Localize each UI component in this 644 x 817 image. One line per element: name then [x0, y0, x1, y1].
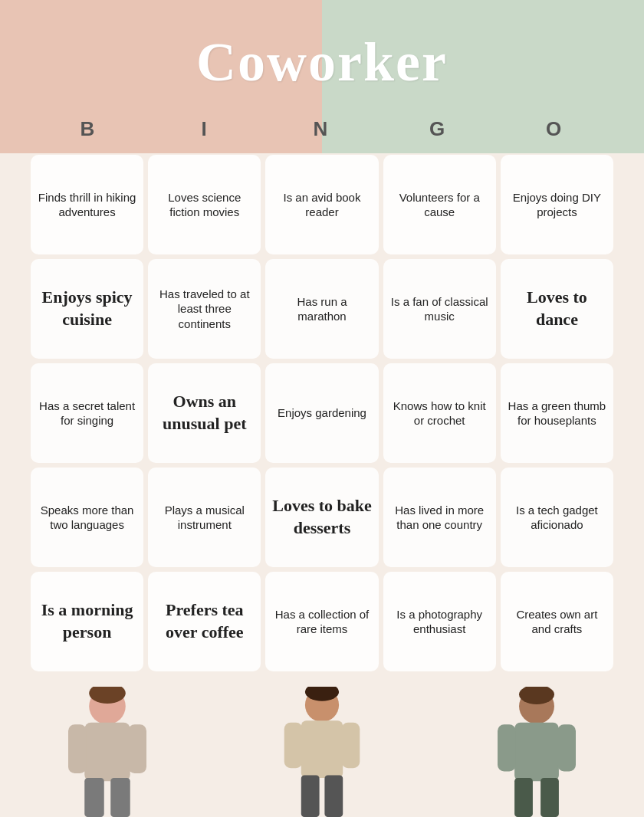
cell-1[interactable]: Loves science fiction movies — [148, 155, 261, 254]
bingo-grid: Finds thrill in hiking adventures Loves … — [31, 155, 613, 671]
title-area: Coworker — [0, 0, 644, 110]
cell-9[interactable]: Loves to dance — [501, 259, 613, 359]
svg-rect-17 — [498, 724, 516, 771]
bingo-letter-g: G — [380, 110, 497, 149]
cell-21[interactable]: Prefers tea over coffee — [148, 572, 261, 671]
cell-17[interactable]: Loves to bake desserts — [265, 468, 378, 567]
cell-8[interactable]: Is a fan of classical music — [383, 259, 496, 359]
cell-7[interactable]: Has run a marathon — [265, 259, 378, 359]
cell-0[interactable]: Finds thrill in hiking adventures — [31, 155, 143, 254]
svg-rect-12 — [301, 776, 320, 817]
svg-rect-3 — [68, 724, 87, 773]
person-center-illustration — [261, 687, 383, 817]
person-left-illustration — [46, 687, 169, 817]
bingo-header: B I N G O — [31, 110, 613, 149]
svg-rect-13 — [324, 776, 343, 817]
bingo-card: Coworker B I N G O Finds thrill in hikin… — [0, 0, 644, 817]
svg-rect-5 — [84, 778, 104, 817]
cell-6[interactable]: Has traveled to at least three continent… — [148, 259, 261, 359]
cell-19[interactable]: Is a tech gadget aficionado — [501, 468, 613, 567]
cell-18[interactable]: Has lived in more than one country — [383, 468, 496, 567]
cell-16[interactable]: Plays a musical instrument — [148, 468, 261, 567]
cell-4[interactable]: Enjoys doing DIY projects — [501, 155, 613, 254]
illustration-area — [0, 679, 644, 817]
bingo-letter-i: I — [147, 110, 264, 149]
cell-5[interactable]: Enjoys spicy cuisine — [31, 259, 143, 359]
svg-rect-10 — [284, 723, 303, 769]
svg-rect-20 — [540, 778, 559, 817]
cell-10[interactable]: Has a secret talent for singing — [31, 363, 143, 463]
svg-rect-4 — [128, 724, 146, 773]
cell-23[interactable]: Is a photography enthusiast — [383, 572, 496, 671]
cell-12[interactable]: Enjoys gardening — [265, 363, 378, 463]
svg-rect-6 — [110, 778, 130, 817]
bingo-letter-b: B — [31, 110, 147, 149]
cell-14[interactable]: Has a green thumb for houseplants — [501, 363, 613, 463]
svg-rect-11 — [342, 723, 360, 769]
cell-3[interactable]: Volunteers for a cause — [383, 155, 496, 254]
person-right-illustration — [475, 687, 598, 817]
cell-22[interactable]: Has a collection of rare items — [265, 572, 378, 671]
svg-rect-16 — [514, 723, 559, 782]
cell-24[interactable]: Creates own art and crafts — [501, 572, 613, 671]
svg-rect-2 — [84, 723, 130, 782]
cell-11[interactable]: Owns an unusual pet — [148, 363, 261, 463]
cell-2[interactable]: Is an avid book reader — [265, 155, 378, 254]
cell-13[interactable]: Knows how to knit or crochet — [383, 363, 496, 463]
cell-15[interactable]: Speaks more than two languages — [31, 468, 143, 567]
page-title: Coworker — [0, 31, 644, 94]
svg-rect-19 — [514, 778, 533, 817]
svg-rect-18 — [557, 724, 576, 771]
svg-rect-9 — [301, 720, 343, 778]
bingo-letter-n: N — [264, 110, 380, 149]
bingo-letter-o: O — [497, 110, 613, 149]
cell-20[interactable]: Is a morning person — [31, 572, 143, 671]
